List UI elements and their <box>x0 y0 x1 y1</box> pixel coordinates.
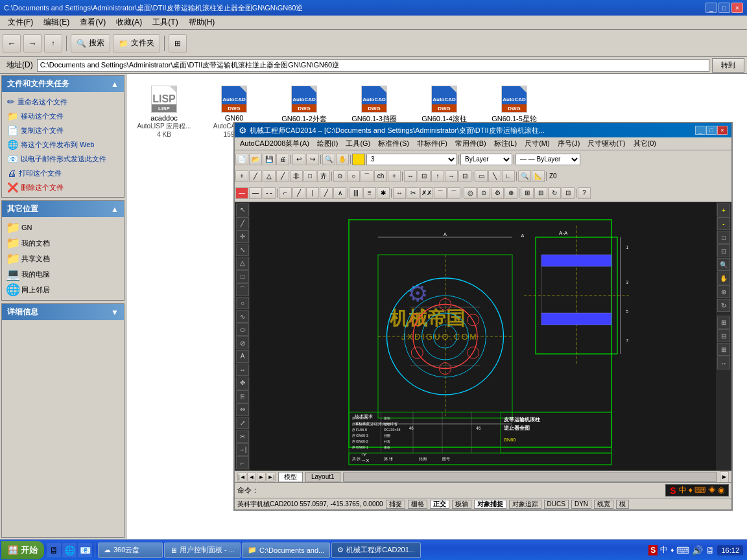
task-copy[interactable]: 📄 复制这个文件 <box>5 123 121 137</box>
tool-ellipse[interactable]: ⬭ <box>236 323 249 336</box>
cad-tb2-1[interactable]: + <box>235 170 248 182</box>
ql-icon2[interactable]: 🌐 <box>62 543 77 557</box>
cad-tb2-19[interactable]: ╲ <box>488 170 501 182</box>
menu-favorites[interactable]: 收藏(A) <box>111 16 147 29</box>
task-print[interactable]: 🖨 打印这个文件 <box>5 166 121 180</box>
ql-icon1[interactable]: 🖥 <box>47 543 61 557</box>
forward-button[interactable]: → <box>23 34 42 52</box>
tool-circle[interactable]: ○ <box>236 297 249 310</box>
cad-tb2-10[interactable]: ⌒ <box>361 170 374 182</box>
cad-status-lw[interactable]: 线宽 <box>594 500 613 509</box>
rtool-zoom-win[interactable]: 🔍 <box>717 258 730 271</box>
cad-menu-other[interactable]: 其它(0) <box>630 138 660 149</box>
cad-tb3-14[interactable]: ✗✗ <box>420 187 433 199</box>
cad-status-polar[interactable]: 极轴 <box>452 500 471 509</box>
cad-tb2-9[interactable]: ○ <box>347 170 360 182</box>
rtool-menu2[interactable]: ⊟ <box>717 329 730 342</box>
task-delete[interactable]: ❌ 删除这个文件 <box>5 180 121 194</box>
cad-menu-nonstandard[interactable]: 非标件(F) <box>413 138 451 149</box>
rtool-3d[interactable]: ⊕ <box>717 285 730 298</box>
cad-canvas[interactable]: ⚙ 机械帝国 JXDIGUO.COM <box>250 202 716 471</box>
cad-tb2-6[interactable]: □ <box>303 170 316 182</box>
cad-tb3-2[interactable]: — <box>249 187 262 199</box>
taskbar-item-360[interactable]: ☁ 360云盘 <box>98 542 163 558</box>
cad-menu-draw[interactable]: 绘图(I) <box>313 138 342 149</box>
start-button[interactable]: 🪟 开始 <box>1 541 44 559</box>
location-network[interactable]: 🌐 网上邻居 <box>5 282 121 298</box>
address-input[interactable] <box>37 59 709 72</box>
task-publish-web[interactable]: 🌐 将这个文件发布到 Web <box>5 137 121 152</box>
cad-tb2-16[interactable]: → <box>445 170 458 182</box>
taskbar-item-cad[interactable]: ⚙ 机械工程师CAD201... <box>331 542 421 558</box>
cad-nav-prev[interactable]: ◄ <box>247 472 256 482</box>
views-button[interactable]: ⊞ <box>169 34 187 52</box>
cad-color-dropdown[interactable]: ByLayer <box>460 154 512 165</box>
rtool-menu4[interactable]: ↔ <box>717 356 730 369</box>
cad-undo-btn[interactable]: ↩ <box>292 154 305 165</box>
close-button[interactable]: × <box>731 3 743 13</box>
back-button[interactable]: ← <box>3 34 21 52</box>
cad-menu-dim[interactable]: 尺寸(M) <box>521 138 554 149</box>
cad-tb3-13[interactable]: ✂ <box>407 187 420 199</box>
menu-file[interactable]: 文件(F) <box>3 16 38 29</box>
cad-tb2-3[interactable]: △ <box>263 170 276 182</box>
cad-minimize-button[interactable]: _ <box>695 126 706 135</box>
locations-header[interactable]: 其它位置 ▲ <box>2 201 124 217</box>
cad-tb2-17[interactable]: ⊡ <box>458 170 471 182</box>
up-button[interactable]: ↑ <box>44 34 62 52</box>
cad-status-otrack[interactable]: 对象追踪 <box>509 500 541 509</box>
folders-button[interactable]: 📁 文件夹 <box>113 34 160 52</box>
cad-tb2-5[interactable]: 非 <box>290 170 303 182</box>
cad-status-osnap[interactable]: 对象捕捉 <box>474 500 506 509</box>
cad-tb3-11[interactable]: ✱ <box>377 187 390 199</box>
location-mydocs[interactable]: 📁 我的文档 <box>5 235 121 251</box>
tool-pline[interactable]: ⤡ <box>236 244 249 257</box>
cad-menu-tools[interactable]: 工具(G) <box>342 138 374 149</box>
tool-extend[interactable]: →| <box>236 443 249 456</box>
cad-tb3-9[interactable]: ||| <box>350 187 362 199</box>
cad-tb3-1[interactable]: — <box>235 187 248 199</box>
cad-tb3-18[interactable]: ⊙ <box>477 187 490 199</box>
cad-new-btn[interactable]: 📄 <box>235 154 248 165</box>
cad-tb3-24[interactable]: ⊡ <box>562 187 575 199</box>
maximize-button[interactable]: □ <box>718 3 730 13</box>
cad-menu-common[interactable]: 常用件(B) <box>451 138 490 149</box>
tool-copy[interactable]: ⎘ <box>236 390 249 403</box>
ql-icon3[interactable]: 📧 <box>78 543 92 557</box>
cad-tb2-21[interactable]: 🔍 <box>518 170 531 182</box>
cad-tb3-4[interactable]: ⌐ <box>279 187 292 199</box>
cad-status-ortho[interactable]: 正交 <box>430 500 449 509</box>
cad-tb3-3[interactable]: - - <box>263 187 276 199</box>
cad-tb3-20[interactable]: ⊕ <box>504 187 517 199</box>
tool-mirror[interactable]: ⇔ <box>236 403 249 416</box>
cad-tb3-6[interactable]: | <box>306 187 319 199</box>
cad-menu-serial[interactable]: 序号(J) <box>554 138 584 149</box>
cad-status-dyn[interactable]: DYN <box>571 500 591 509</box>
cad-tb3-17[interactable]: ◎ <box>464 187 477 199</box>
cad-tb3-25[interactable]: ? <box>578 187 591 199</box>
cad-tb3-22[interactable]: ⊟ <box>534 187 547 199</box>
cad-tb2-13[interactable]: ↔ <box>404 170 417 182</box>
tool-trim[interactable]: ✂ <box>236 430 249 443</box>
cad-nav-last[interactable]: ►| <box>267 472 276 482</box>
cad-nav-first[interactable]: |◄ <box>237 472 246 482</box>
cad-pan-btn[interactable]: ✋ <box>336 154 349 165</box>
menu-tools[interactable]: 工具(T) <box>147 16 183 29</box>
cad-tb2-22[interactable]: 📐 <box>532 170 545 182</box>
cad-tb3-7[interactable]: ╱ <box>320 187 333 199</box>
cad-open-btn[interactable]: 📂 <box>249 154 262 165</box>
menu-edit[interactable]: 编辑(E) <box>38 16 75 29</box>
cad-tb3-23[interactable]: ↻ <box>548 187 561 199</box>
cad-tb2-11[interactable]: ch <box>374 170 387 182</box>
cad-redo-btn[interactable]: ↪ <box>306 154 319 165</box>
task-rename[interactable]: ✏ 重命名这个文件 <box>5 95 121 109</box>
cad-menu-autocad[interactable]: AutoCAD2008菜单(A) <box>236 138 313 149</box>
cad-tb3-5[interactable]: ╱ <box>292 187 305 199</box>
detail-collapse-icon[interactable]: ▼ <box>111 308 119 317</box>
cad-scroll-right[interactable]: ► <box>720 471 729 483</box>
cad-print-btn[interactable]: 🖨 <box>276 154 289 165</box>
cad-tb3-15[interactable]: ⌒ <box>434 187 447 199</box>
cad-tb2-12[interactable]: + <box>388 170 401 182</box>
cad-nav-next[interactable]: ► <box>257 472 266 482</box>
tool-text[interactable]: A <box>236 350 249 363</box>
